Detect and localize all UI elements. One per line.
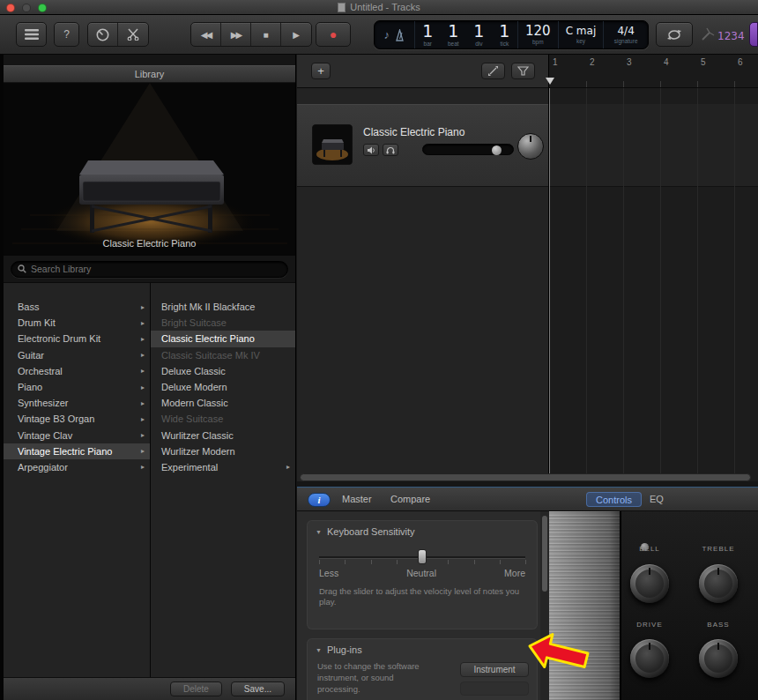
record-button[interactable]: ● xyxy=(316,22,351,47)
quick-help-button[interactable]: ? xyxy=(54,22,79,47)
library-patch-item[interactable]: Bright Suitcase xyxy=(151,315,295,331)
library-toggle-button[interactable] xyxy=(16,22,47,47)
add-track-button[interactable]: + xyxy=(311,63,331,79)
playhead-line[interactable] xyxy=(549,88,550,481)
playhead-marker[interactable] xyxy=(546,78,554,85)
library-category-item[interactable]: Bass▸ xyxy=(4,299,150,315)
lcd-display[interactable]: ♪ 1 bar 1 beat 1 div xyxy=(374,20,649,49)
delete-button[interactable]: Delete xyxy=(170,681,222,696)
pan-knob[interactable] xyxy=(517,133,544,160)
library-patch-item[interactable]: Wurlitzer Classic xyxy=(151,428,295,443)
stop-button[interactable]: ■ xyxy=(251,23,281,46)
volume-slider-knob[interactable] xyxy=(492,145,502,155)
library-category-item[interactable]: Synthesizer▸ xyxy=(4,395,150,411)
drive-knob[interactable] xyxy=(630,639,669,678)
patch-label: Bright Mk II Blackface xyxy=(161,302,255,312)
compare-button[interactable]: Compare xyxy=(390,488,430,511)
library-category-item[interactable]: Guitar▸ xyxy=(4,347,150,363)
track-name[interactable]: Classic Electric Piano xyxy=(363,126,464,138)
library-patch-item[interactable]: Wurlitzer Modern xyxy=(151,443,295,459)
mute-button[interactable] xyxy=(363,144,379,156)
library-patch-item[interactable]: Bright Mk II Blackface xyxy=(151,299,295,315)
velocity-slider[interactable] xyxy=(319,549,525,565)
bell-knob[interactable] xyxy=(630,564,669,603)
smart-controls-button[interactable] xyxy=(88,23,118,46)
library-category-item[interactable]: Orchestral▸ xyxy=(4,363,150,379)
velocity-slider-thumb[interactable] xyxy=(418,549,427,564)
tab-eq[interactable]: EQ xyxy=(641,492,673,507)
disclosure-triangle-icon[interactable]: ▼ xyxy=(316,647,322,653)
ruler-number: 1 xyxy=(553,57,558,67)
track-thumbnail-image xyxy=(313,125,352,164)
play-button[interactable]: ▶ xyxy=(281,23,311,46)
lcd-tempo-section[interactable]: 120 bpm xyxy=(518,21,559,48)
question-icon: ? xyxy=(63,28,70,41)
patch-label: Bright Suitcase xyxy=(161,317,227,328)
disclosure-triangle-icon[interactable]: ▼ xyxy=(316,529,322,535)
note-icon: ♪ xyxy=(384,28,390,41)
cycle-button[interactable] xyxy=(656,22,693,47)
vertical-scrollbar-thumb[interactable] xyxy=(542,516,547,592)
library-patch-item[interactable]: Deluxe Classic xyxy=(151,363,295,379)
library-category-item[interactable]: Vintage B3 Organ▸ xyxy=(4,411,150,427)
track-filter-button[interactable] xyxy=(511,63,535,79)
library-category-item[interactable]: Electronic Drum Kit▸ xyxy=(4,331,150,346)
library-patch-item[interactable]: Deluxe Modern xyxy=(151,379,295,395)
patch-label: Deluxe Modern xyxy=(161,382,227,392)
library-patch-item[interactable]: Wide Suitcase xyxy=(151,411,295,427)
library-category-item-selected[interactable]: Vintage Electric Piano▸ xyxy=(4,443,150,459)
electric-piano-illustration xyxy=(4,83,295,256)
library-category-item[interactable]: Piano▸ xyxy=(4,379,150,395)
volume-slider[interactable] xyxy=(422,144,514,155)
lcd-signature-section[interactable]: 4/4 signature xyxy=(604,21,648,48)
ruler-number: 6 xyxy=(738,57,743,67)
auto-zoom-button[interactable] xyxy=(481,63,505,79)
save-button[interactable]: Save... xyxy=(231,681,285,696)
lcd-key: C maj key xyxy=(559,26,603,44)
rewind-button[interactable]: ◀◀ xyxy=(191,23,221,46)
keyboard-sensitivity-title[interactable]: ▼ Keyboard Sensitivity xyxy=(307,520,538,537)
patch-label: Wide Suitcase xyxy=(161,413,223,424)
bell-label: BELL xyxy=(619,545,680,553)
library-category-item[interactable]: Drum Kit▸ xyxy=(4,315,150,331)
lcd-tick: 1 tick xyxy=(492,23,517,47)
plugins-title[interactable]: ▼ Plug-ins xyxy=(307,638,538,655)
horizontal-scrollbar[interactable] xyxy=(300,473,751,481)
search-field[interactable] xyxy=(11,261,288,278)
library-category-item[interactable]: Vintage Clav▸ xyxy=(4,428,150,443)
smart-controls-header: i Master Compare Controls EQ xyxy=(297,488,758,511)
diagonal-arrows-icon xyxy=(487,65,499,77)
count-in-button[interactable]: 1234 xyxy=(717,27,745,43)
library-patch-item[interactable]: Experimental▸ xyxy=(151,459,295,475)
library-patch-item-selected[interactable]: Classic Electric Piano xyxy=(151,331,295,346)
category-label: Vintage B3 Organ xyxy=(18,413,94,424)
search-input[interactable] xyxy=(31,264,281,274)
track-lane[interactable] xyxy=(549,104,758,187)
tuner-button[interactable] xyxy=(699,26,717,43)
timeline-ruler[interactable]: 1 2 3 4 5 6 xyxy=(548,55,758,88)
master-button[interactable]: Master xyxy=(342,488,372,511)
ruler-number: 3 xyxy=(627,57,632,67)
empty-plugin-slot[interactable] xyxy=(460,681,529,696)
track-lanes[interactable] xyxy=(548,88,758,481)
chevron-right-icon: ▸ xyxy=(141,367,145,375)
library-patch-item[interactable]: Classic Suitcase Mk IV xyxy=(151,347,295,363)
solo-button[interactable] xyxy=(383,144,398,156)
editors-button[interactable] xyxy=(118,23,148,46)
instrument-plugin-button[interactable]: Instrument xyxy=(460,662,529,677)
track-header[interactable]: Classic Electric Piano xyxy=(297,104,548,187)
lcd-position-section[interactable]: 1 bar 1 beat 1 div 1 tick xyxy=(415,21,518,48)
lcd-mode-section[interactable]: ♪ xyxy=(375,21,415,48)
treble-knob[interactable] xyxy=(699,564,738,603)
forward-button[interactable]: ▶▶ xyxy=(221,23,251,46)
lcd-key-section[interactable]: C maj key xyxy=(559,21,605,48)
category-label: Orchestral xyxy=(18,366,63,376)
info-button[interactable]: i xyxy=(308,493,331,507)
track-small-buttons xyxy=(363,144,398,156)
library-patch-item[interactable]: Modern Classic xyxy=(151,395,295,411)
patch-preview-image: Classic Electric Piano xyxy=(4,83,295,256)
bass-knob[interactable] xyxy=(699,639,738,678)
metronome-button[interactable] xyxy=(749,22,758,47)
library-category-item[interactable]: Arpeggiator▸ xyxy=(4,459,150,475)
tab-controls[interactable]: Controls xyxy=(586,492,642,507)
